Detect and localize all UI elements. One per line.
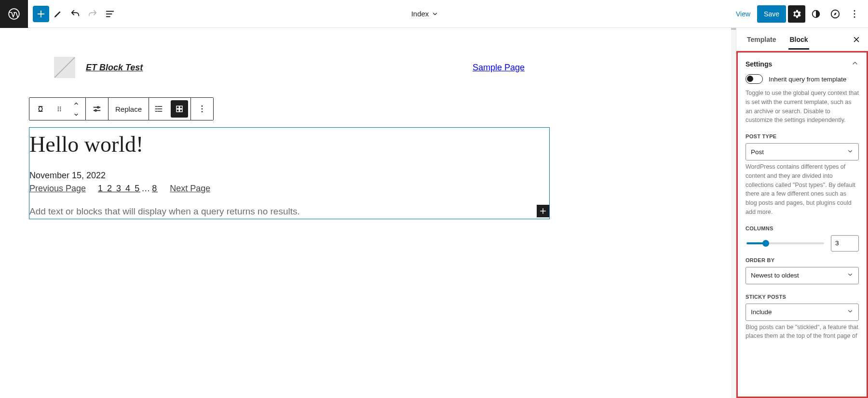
document-title-dropdown[interactable]: Index <box>119 10 731 18</box>
settings-toggle-button[interactable] <box>788 5 805 23</box>
sticky-value: Include <box>751 308 772 316</box>
gear-icon <box>791 9 802 19</box>
order-by-label: ORDER BY <box>746 257 859 263</box>
svg-point-9 <box>60 108 61 109</box>
chevron-down-icon <box>72 112 80 118</box>
nav-link-sample-page[interactable]: Sample Page <box>473 63 525 73</box>
close-sidebar-button[interactable] <box>849 32 864 47</box>
drag-icon <box>55 105 64 113</box>
site-title[interactable]: ET Block Test <box>86 63 143 73</box>
layout-list-button[interactable] <box>149 98 168 120</box>
tab-block[interactable]: Block <box>783 30 814 49</box>
highlighted-settings-panel: Settings Inherit query from template Tog… <box>736 51 868 398</box>
columns-slider[interactable] <box>746 242 824 244</box>
site-logo-placeholder[interactable] <box>54 57 75 78</box>
tab-template[interactable]: Template <box>740 30 783 49</box>
settings-panel-toggle[interactable]: Settings <box>746 59 859 71</box>
post-type-help: WordPress contains different types of co… <box>746 162 859 217</box>
block-appender-button[interactable] <box>537 205 549 217</box>
close-icon <box>852 35 861 44</box>
canvas-scrollbar[interactable] <box>731 28 736 398</box>
document-title: Index <box>411 10 429 18</box>
half-circle-icon <box>811 9 821 19</box>
layout-grid-button[interactable] <box>171 100 188 118</box>
chevron-up-icon <box>851 59 859 68</box>
post-type-select[interactable]: Post <box>746 143 859 160</box>
query-loop-icon <box>35 104 46 114</box>
post-type-label: POST TYPE <box>746 133 859 139</box>
compass-icon <box>830 9 841 19</box>
post-type-value: Post <box>751 148 764 156</box>
inherit-query-toggle[interactable] <box>746 74 763 84</box>
svg-rect-17 <box>180 109 182 112</box>
more-options-button[interactable] <box>846 5 863 23</box>
redo-icon <box>87 9 98 19</box>
order-by-value: Newest to oldest <box>751 272 799 279</box>
redo-button[interactable] <box>84 5 101 23</box>
compass-button[interactable] <box>827 5 844 23</box>
wp-logo-button[interactable] <box>0 0 28 28</box>
page-numbers[interactable]: 1 2 3 4 5…8 <box>97 184 158 194</box>
add-block-button[interactable] <box>33 6 49 22</box>
previous-page-link[interactable]: Previous Page <box>29 184 86 194</box>
block-toolbar: Replace <box>29 97 214 120</box>
svg-point-20 <box>202 111 203 113</box>
sticky-label: STICKY POSTS <box>746 294 859 300</box>
display-settings-button[interactable] <box>86 98 108 120</box>
settings-sidebar: Template Block Settings Inherit query fr… <box>736 28 868 398</box>
order-by-select[interactable]: Newest to oldest <box>746 267 859 284</box>
list-view-button[interactable] <box>101 5 119 23</box>
inherit-query-label: Inherit query from template <box>769 76 846 83</box>
sticky-help: Blog posts can be "stickied", a feature … <box>746 323 859 341</box>
move-down-button[interactable] <box>67 109 85 120</box>
options-icon <box>197 104 207 114</box>
drag-handle[interactable] <box>52 98 67 120</box>
undo-icon <box>70 9 81 19</box>
svg-point-10 <box>58 110 59 111</box>
sliders-icon <box>92 104 102 114</box>
list-layout-icon <box>154 104 163 114</box>
post-date[interactable]: November 15, 2022 <box>29 171 549 181</box>
svg-point-8 <box>58 108 59 109</box>
undo-button[interactable] <box>67 5 84 23</box>
pencil-icon <box>53 9 63 19</box>
chevron-down-icon <box>432 11 438 17</box>
top-toolbar: Index View Save <box>0 0 868 28</box>
chevron-down-icon <box>847 148 854 156</box>
move-up-button[interactable] <box>67 98 85 109</box>
block-type-button[interactable] <box>29 98 52 120</box>
sticky-select[interactable]: Include <box>746 304 859 321</box>
block-more-options[interactable] <box>191 98 213 120</box>
save-button[interactable]: Save <box>757 5 786 23</box>
inherit-query-help: Toggle to use the global query context t… <box>746 89 859 125</box>
post-title[interactable]: Hello world! <box>29 132 549 157</box>
pagination: Previous Page 1 2 3 4 5…8 Next Page <box>29 184 549 194</box>
wordpress-icon <box>8 8 20 20</box>
query-loop-block[interactable]: Hello world! November 15, 2022 Previous … <box>29 127 550 219</box>
grid-layout-icon <box>175 105 184 113</box>
svg-point-7 <box>60 106 61 107</box>
options-icon <box>849 9 860 19</box>
site-header: ET Block Test Sample Page <box>29 55 550 97</box>
styles-button[interactable] <box>807 5 825 23</box>
svg-point-11 <box>60 110 61 111</box>
tools-button[interactable] <box>49 5 67 23</box>
columns-label: COLUMNS <box>746 226 859 231</box>
svg-point-18 <box>202 106 203 107</box>
svg-point-5 <box>854 16 855 17</box>
chevron-up-icon <box>72 101 80 106</box>
next-page-link[interactable]: Next Page <box>170 184 210 194</box>
view-button[interactable]: View <box>731 5 755 23</box>
panel-title: Settings <box>746 60 772 68</box>
svg-point-3 <box>854 10 855 12</box>
no-results-placeholder[interactable]: Add text or blocks that will display whe… <box>29 203 300 219</box>
plus-icon <box>539 207 547 215</box>
chevron-down-icon <box>847 271 854 279</box>
plus-icon <box>36 9 46 19</box>
svg-rect-14 <box>176 106 179 108</box>
columns-input[interactable] <box>831 235 859 252</box>
list-view-icon <box>105 9 115 19</box>
editor-canvas[interactable]: ET Block Test Sample Page <box>0 28 736 398</box>
svg-rect-16 <box>176 109 179 112</box>
replace-button[interactable]: Replace <box>108 98 149 120</box>
